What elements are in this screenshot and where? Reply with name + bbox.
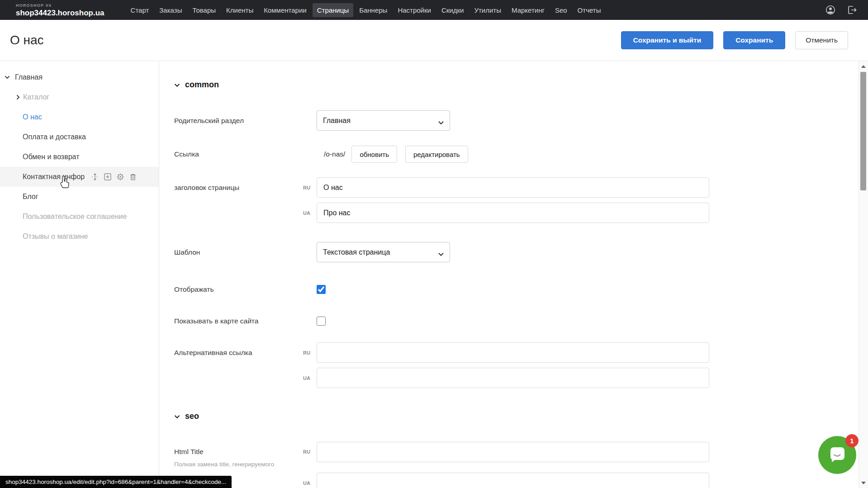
account-icon[interactable] bbox=[825, 5, 835, 15]
tree-item-store-reviews[interactable]: Отзывы о магазине bbox=[0, 227, 159, 246]
alt-link-ru-row: Альтернативная ссылка RU bbox=[174, 342, 841, 363]
display-checkbox[interactable] bbox=[317, 285, 326, 294]
topbar: HOROSHOP V4 shop34423.horoshop.ua Старт … bbox=[0, 0, 868, 20]
settings-gear-icon[interactable] bbox=[116, 173, 124, 181]
move-icon[interactable] bbox=[91, 173, 99, 181]
brand-version: HOROSHOP V4 bbox=[16, 4, 104, 8]
nav-utilities[interactable]: Утилиты bbox=[470, 3, 506, 17]
tree-item-label: Каталог bbox=[23, 93, 49, 101]
lang-ru-badge: RU bbox=[303, 350, 317, 355]
html-title-ua-input[interactable] bbox=[317, 473, 709, 488]
scroll-down-arrow-icon[interactable] bbox=[861, 482, 866, 484]
tree-item-exchange-return[interactable]: Обмен и возврат bbox=[0, 147, 159, 167]
nav-seo[interactable]: Seo bbox=[550, 3, 572, 17]
chat-bubble-icon bbox=[827, 444, 848, 466]
vertical-scrollbar[interactable] bbox=[859, 61, 868, 488]
tree-item-label: Оплата и доставка bbox=[23, 133, 86, 141]
html-title-label-text: Html Title bbox=[174, 448, 204, 455]
chevron-down-icon[interactable] bbox=[5, 76, 10, 79]
parent-section-label: Родительский раздел bbox=[174, 117, 303, 125]
tree-item-label: Блог bbox=[23, 193, 38, 201]
nav-products[interactable]: Товары bbox=[188, 3, 220, 17]
nav-reports[interactable]: Отчеты bbox=[573, 3, 606, 17]
page-header: О нас Сохранить и выйти Сохранить Отмени… bbox=[0, 20, 868, 61]
link-value: /o-nas/ bbox=[317, 150, 345, 158]
tree-item-label: Контактная инфор bbox=[23, 173, 85, 181]
logout-icon[interactable] bbox=[847, 5, 857, 14]
tree-item-label: Главная bbox=[15, 73, 43, 81]
link-edit-button[interactable]: редактировать bbox=[405, 146, 468, 163]
tree-item-label: Отзывы о магазине bbox=[23, 232, 88, 241]
nav-discounts[interactable]: Скидки bbox=[437, 3, 468, 17]
nav-start[interactable]: Старт bbox=[126, 3, 154, 17]
tree-item-contact-info[interactable]: Контактная инфор bbox=[0, 167, 159, 187]
alt-link-label: Альтернативная ссылка bbox=[174, 349, 303, 357]
display-label: Отображать bbox=[174, 285, 303, 294]
nav-orders[interactable]: Заказы bbox=[155, 3, 186, 17]
lang-ua-badge: UA bbox=[303, 210, 317, 216]
parent-section-select[interactable]: Главная bbox=[317, 110, 450, 131]
chat-unread-badge: 1 bbox=[845, 434, 859, 447]
scroll-up-arrow-icon[interactable] bbox=[861, 65, 866, 68]
nav-settings[interactable]: Настройки bbox=[393, 3, 436, 17]
sitemap-label: Показывать в карте сайта bbox=[174, 317, 303, 325]
scrollbar-thumb[interactable] bbox=[860, 72, 866, 190]
page-title-ru-row: заголовок страницы RU bbox=[174, 177, 841, 198]
cancel-button[interactable]: Отменить bbox=[795, 31, 848, 49]
tree-item-home[interactable]: Главная bbox=[0, 67, 159, 87]
page-title-ua-input[interactable] bbox=[317, 203, 709, 223]
nav-comments[interactable]: Комментарии bbox=[259, 3, 311, 17]
add-icon[interactable] bbox=[104, 173, 112, 181]
template-row: Шаблон Текстовая страница bbox=[174, 242, 841, 262]
page-title-ru-input[interactable] bbox=[317, 177, 709, 198]
tree-item-label: О нас bbox=[23, 113, 42, 121]
page-title-label: заголовок страницы bbox=[174, 184, 303, 192]
body: Главная Каталог О нас Оплата и доставка … bbox=[0, 61, 868, 488]
parent-section-select-wrap: Главная bbox=[317, 110, 450, 131]
section-title: common bbox=[185, 80, 219, 90]
html-title-ru-row: Html Title Полная замена title, генериру… bbox=[174, 442, 841, 468]
nav-marketing[interactable]: Маркетинг bbox=[507, 3, 549, 17]
display-row: Отображать bbox=[174, 283, 841, 296]
sitemap-checkbox[interactable] bbox=[317, 317, 326, 326]
section-common[interactable]: common bbox=[174, 80, 841, 90]
save-and-exit-button[interactable]: Сохранить и выйти bbox=[621, 31, 714, 49]
html-title-ru-input[interactable] bbox=[317, 442, 709, 462]
save-button[interactable]: Сохранить bbox=[723, 31, 785, 49]
alt-link-ru-input[interactable] bbox=[317, 342, 709, 363]
tree-item-blog[interactable]: Блог bbox=[0, 187, 159, 207]
page-title-ua-row: UA bbox=[174, 203, 841, 223]
sitemap-row: Показывать в карте сайта bbox=[174, 314, 841, 328]
tree-item-catalog[interactable]: Каталог bbox=[0, 87, 159, 107]
delete-trash-icon[interactable] bbox=[129, 173, 137, 181]
alt-link-ua-input[interactable] bbox=[317, 368, 709, 388]
chevron-right-icon[interactable] bbox=[16, 95, 20, 100]
nav-clients[interactable]: Клиенты bbox=[222, 3, 258, 17]
parent-section-row: Родительский раздел Главная bbox=[174, 110, 841, 131]
brand-logo[interactable]: HOROSHOP V4 shop34423.horoshop.ua bbox=[16, 4, 104, 17]
header-actions: Сохранить и выйти Сохранить Отменить bbox=[621, 31, 848, 49]
link-update-button[interactable]: обновить bbox=[351, 146, 397, 163]
lang-ru-badge: RU bbox=[303, 442, 317, 455]
template-label: Шаблон bbox=[174, 248, 303, 256]
template-select[interactable]: Текстовая страница bbox=[317, 242, 450, 262]
chat-widget-button[interactable]: 1 bbox=[818, 436, 856, 474]
lang-ua-badge: UA bbox=[303, 375, 317, 381]
nav-pages[interactable]: Страницы bbox=[313, 3, 353, 17]
tree-item-label: Обмен и возврат bbox=[23, 153, 79, 161]
lang-ua-badge: UA bbox=[303, 480, 317, 486]
nav-banners[interactable]: Баннеры bbox=[355, 3, 392, 17]
tree-item-label: Пользовательское соглашение bbox=[23, 213, 127, 221]
section-seo[interactable]: seo bbox=[174, 412, 841, 421]
chevron-down-icon bbox=[174, 80, 180, 90]
tree-item-payment-delivery[interactable]: Оплата и доставка bbox=[0, 127, 159, 147]
form-content: common Родительский раздел Главная Ссылк… bbox=[159, 61, 868, 488]
lang-ru-badge: RU bbox=[303, 185, 317, 190]
tree-item-about-us[interactable]: О нас bbox=[0, 107, 159, 127]
tree-item-user-agreement[interactable]: Пользовательское соглашение bbox=[0, 207, 159, 227]
template-select-wrap: Текстовая страница bbox=[317, 242, 450, 262]
topbar-right bbox=[825, 5, 857, 15]
admin-screen: HOROSHOP V4 shop34423.horoshop.ua Старт … bbox=[0, 0, 868, 488]
page-title: О нас bbox=[10, 33, 44, 47]
link-row: Ссылка /o-nas/ обновить редактировать bbox=[174, 146, 841, 163]
